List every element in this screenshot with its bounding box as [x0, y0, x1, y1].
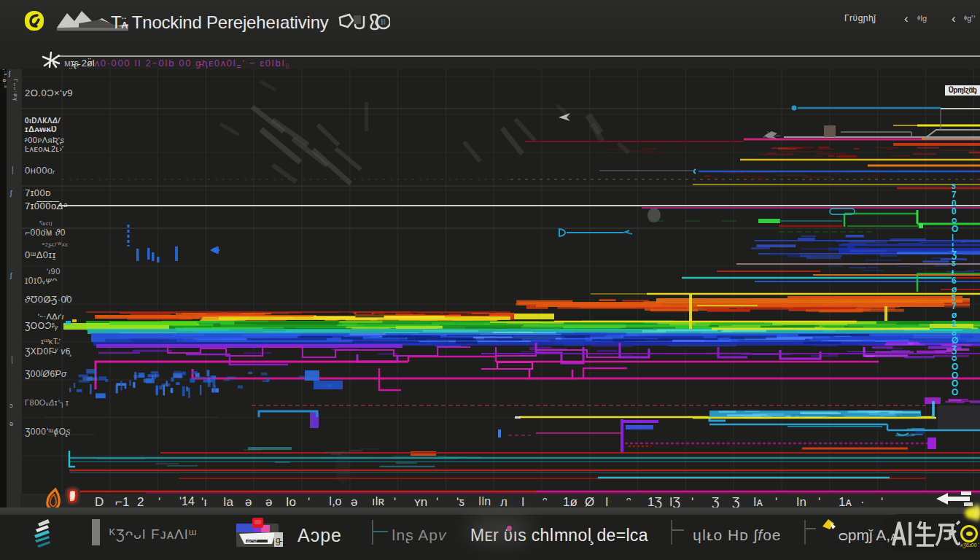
svg-text:ᴍ̈ᴀ̈ᵚ̈ᴀ̈ǀ̈ʹ: ᴍ̈ᴀ̈ᵚ̈ᴀ̈ǀ̈ʹ — [246, 539, 257, 543]
svg-text:ǁǀ: ǁǀ — [381, 18, 386, 26]
